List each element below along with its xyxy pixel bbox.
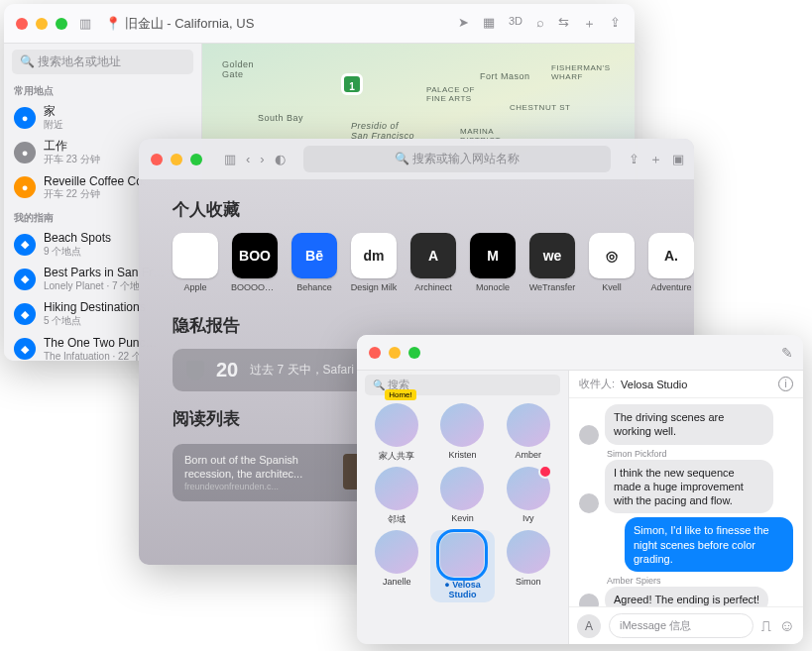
map-mode-icon[interactable]: ▦ bbox=[483, 15, 495, 33]
privacy-count: 20 bbox=[216, 359, 238, 381]
avatar bbox=[440, 533, 484, 577]
contact-pin[interactable]: Ivy bbox=[497, 467, 560, 526]
contact-name: 家人共享 bbox=[379, 450, 414, 463]
sidebar-item-title: 工作 bbox=[44, 140, 100, 154]
close-icon[interactable] bbox=[16, 18, 28, 30]
favorite-label: Design Milk bbox=[350, 282, 398, 292]
contact-name: Kevin bbox=[451, 513, 474, 523]
favorite-site[interactable]: A Archinect bbox=[410, 233, 456, 292]
tabs-icon[interactable]: ▣ bbox=[672, 152, 684, 166]
message-thread: 收件人: Velosa Studio i The driving scenes … bbox=[569, 371, 803, 644]
sidebar-icon[interactable]: ▥ bbox=[224, 152, 236, 166]
message-bubble[interactable]: Simon, I'd like to finesse the night sce… bbox=[625, 517, 793, 572]
message-bubble[interactable]: The driving scenes are working well. bbox=[605, 404, 773, 445]
heart-badge-icon bbox=[538, 465, 552, 479]
back-icon[interactable]: ‹ bbox=[246, 152, 250, 166]
contact-name: Simon bbox=[516, 577, 541, 587]
to-name: Velosa Studio bbox=[621, 379, 687, 390]
favorite-label: Behance bbox=[290, 282, 338, 292]
sidebar-toggle-icon[interactable]: ▥ bbox=[79, 16, 101, 31]
window-controls[interactable] bbox=[357, 337, 432, 369]
guide-icon: ◆ bbox=[14, 234, 36, 256]
reader-icon[interactable]: ◐ bbox=[275, 152, 286, 166]
tooltip: Home! bbox=[385, 389, 416, 400]
info-icon[interactable]: i bbox=[778, 377, 793, 391]
zoom-icon[interactable] bbox=[408, 347, 420, 359]
favorite-icon: A. bbox=[648, 233, 694, 278]
privacy-heading: 隐私报告 bbox=[173, 314, 660, 337]
contact-name: Kristen bbox=[448, 450, 476, 460]
contact-name: Amber bbox=[516, 450, 542, 460]
audio-icon[interactable]: ⎍ bbox=[761, 617, 771, 635]
favorite-site[interactable]: Bē Behance bbox=[291, 233, 337, 292]
lookaround-icon[interactable]: ⌕ bbox=[536, 15, 544, 33]
conversation-list: 搜索 Home! 家人共享 Kristen Amber 邻域 Kevin Ivy… bbox=[357, 371, 569, 644]
favorite-site[interactable]: M Monocle bbox=[470, 233, 516, 292]
locate-icon[interactable]: ➤ bbox=[458, 15, 469, 33]
url-input[interactable]: 🔍 搜索或输入网站名称 bbox=[303, 146, 611, 172]
add-icon[interactable]: ＋ bbox=[583, 15, 596, 33]
sidebar-item-sub: 开车 22 分钟 bbox=[44, 188, 146, 200]
shield-icon bbox=[186, 361, 204, 380]
share-icon[interactable]: ⇪ bbox=[629, 152, 639, 166]
minimize-icon[interactable] bbox=[171, 154, 182, 165]
contact-pin[interactable]: Home! 家人共享 bbox=[365, 403, 428, 463]
app-store-icon[interactable]: A bbox=[577, 614, 601, 638]
minimize-icon[interactable] bbox=[389, 347, 401, 359]
close-icon[interactable] bbox=[369, 347, 381, 359]
window-controls[interactable] bbox=[4, 8, 79, 40]
maps-search-input[interactable]: 🔍 搜索地名或地址 bbox=[12, 50, 193, 74]
favorite-label: Monocle bbox=[469, 282, 517, 292]
section-frequent-label: 常用地点 bbox=[4, 78, 201, 100]
pin-icon: ● bbox=[14, 176, 36, 198]
share-icon[interactable]: ⇪ bbox=[610, 15, 621, 33]
3d-icon[interactable]: 3D bbox=[509, 15, 522, 33]
favorite-label: Kvell bbox=[588, 282, 636, 292]
zoom-icon[interactable] bbox=[56, 18, 67, 30]
avatar bbox=[375, 467, 418, 510]
contact-pin[interactable]: Janelle bbox=[365, 530, 428, 602]
contact-pin[interactable]: Amber bbox=[497, 403, 560, 463]
new-tab-icon[interactable]: ＋ bbox=[649, 151, 662, 168]
message-row: Agreed! The ending is perfect! bbox=[579, 587, 793, 606]
contact-name: Janelle bbox=[383, 577, 411, 587]
messages-titlebar: ✎ bbox=[357, 335, 803, 371]
forward-icon[interactable]: › bbox=[260, 152, 264, 166]
message-bubble[interactable]: I think the new sequence made a huge imp… bbox=[605, 460, 773, 514]
messages-window: ✎ 搜索 Home! 家人共享 Kristen Amber 邻域 Kevin I… bbox=[357, 335, 803, 644]
minimize-icon[interactable] bbox=[36, 18, 48, 30]
favorite-icon bbox=[173, 233, 218, 278]
contact-pin[interactable]: 邻域 bbox=[365, 467, 428, 526]
directions-icon[interactable]: ⇆ bbox=[558, 15, 569, 33]
favorite-label: Adventure bbox=[647, 282, 694, 292]
close-icon[interactable] bbox=[151, 154, 163, 165]
favorite-site[interactable]: we WeTransfer bbox=[529, 233, 575, 292]
avatar bbox=[440, 403, 484, 447]
message-input[interactable]: iMessage 信息 bbox=[609, 613, 754, 638]
favorite-site[interactable]: dm Design Milk bbox=[351, 233, 397, 292]
avatar bbox=[440, 467, 484, 510]
maps-toolbar: ▥ 📍 旧金山 - California, US ➤ ▦ 3D ⌕ ⇆ ＋ ⇪ bbox=[4, 4, 635, 44]
emoji-icon[interactable]: ☺ bbox=[779, 617, 795, 635]
contact-pin[interactable]: Kristen bbox=[430, 403, 494, 463]
avatar bbox=[507, 467, 550, 510]
favorite-icon: A bbox=[410, 233, 456, 278]
reading-source: freundevonfreunden.c... bbox=[184, 482, 335, 491]
briefcase-icon: ● bbox=[14, 142, 36, 163]
favorite-site[interactable]: A. Adventure bbox=[648, 233, 694, 292]
message-row: Simon, I'd like to finesse the night sce… bbox=[579, 517, 793, 572]
sender-label: Amber Spiers bbox=[607, 576, 793, 586]
zoom-icon[interactable] bbox=[190, 154, 202, 165]
favorite-site[interactable]: ◎ Kvell bbox=[589, 233, 635, 292]
reading-headline: Born out of the Spanish recession, the a… bbox=[184, 454, 335, 482]
guide-icon: ◆ bbox=[14, 338, 36, 360]
contact-pin[interactable]: Simon bbox=[497, 530, 560, 602]
favorite-site[interactable]: BOO BOOOOOOOM bbox=[232, 233, 278, 292]
sidebar-item[interactable]: ● 家 附近 bbox=[4, 100, 201, 135]
compose-icon[interactable]: ✎ bbox=[771, 345, 803, 361]
favorite-site[interactable]: Apple bbox=[173, 233, 218, 292]
message-bubble[interactable]: Agreed! The ending is perfect! bbox=[605, 587, 768, 606]
contact-pin[interactable]: Kevin bbox=[430, 467, 494, 526]
window-controls[interactable] bbox=[139, 144, 214, 175]
contact-pin[interactable]: ● Velosa Studio bbox=[430, 530, 494, 602]
